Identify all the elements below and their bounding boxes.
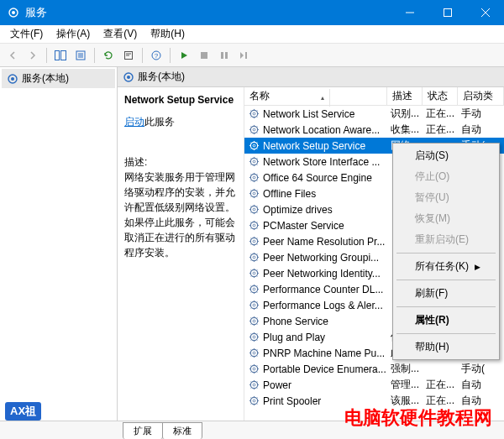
service-name: Network Location Aware... [263, 124, 391, 136]
menu-file[interactable]: 文件(F) [3, 25, 50, 43]
refresh-button[interactable] [99, 46, 118, 65]
tree-pane: 服务(本地) [0, 67, 118, 421]
help-button[interactable]: ? [147, 46, 165, 65]
svg-point-52 [253, 384, 255, 386]
start-service-link[interactable]: 启动 [124, 116, 144, 128]
watermark-logo: AX祖 [5, 402, 41, 421]
start-service-button[interactable] [175, 46, 193, 65]
service-name: PNRP Machine Name Pu... [263, 348, 391, 359]
context-menu: 启动(S) 停止(O) 暂停(U) 恢复(M) 重新启动(E) 所有任务(K)▶… [392, 143, 500, 360]
svg-point-34 [253, 240, 255, 243]
tab-extended[interactable]: 扩展 [123, 422, 163, 439]
svg-point-50 [253, 368, 255, 370]
column-headers: 名称 描述 状态 启动类 ▴ [244, 87, 504, 106]
ctx-resume[interactable]: 恢复(M) [395, 208, 497, 229]
service-name: Portable Device Enumera... [263, 363, 391, 375]
gear-icon [248, 348, 260, 359]
properties-button[interactable] [119, 46, 138, 65]
ctx-refresh[interactable]: 刷新(F) [395, 283, 497, 304]
service-row[interactable]: Network Location Aware...收集...正在...自动 [244, 122, 504, 138]
toolbar: ? [0, 44, 504, 67]
service-name: Network List Service [263, 108, 391, 120]
svg-point-22 [253, 144, 255, 147]
show-hide-tree-button[interactable] [51, 46, 70, 65]
gear-icon [248, 268, 260, 280]
service-desc: 强制... [391, 362, 426, 376]
svg-point-26 [253, 176, 255, 179]
svg-point-24 [253, 160, 255, 163]
gear-icon [248, 395, 260, 407]
service-name: Network Store Interface ... [263, 156, 391, 168]
gear-icon [248, 252, 260, 264]
ctx-help[interactable]: 帮助(H) [395, 337, 497, 358]
svg-point-20 [253, 128, 255, 131]
maximize-button[interactable] [428, 0, 466, 25]
svg-point-44 [253, 320, 255, 322]
gear-icon [248, 188, 260, 200]
gear-icon [248, 316, 260, 327]
menu-view[interactable]: 查看(V) [97, 25, 144, 43]
ctx-restart[interactable]: 重新启动(E) [395, 229, 497, 250]
ctx-properties[interactable]: 属性(R) [395, 310, 497, 331]
svg-point-48 [253, 352, 255, 354]
ctx-start[interactable]: 启动(S) [395, 145, 497, 166]
description-label: 描述: [124, 154, 237, 170]
svg-point-32 [253, 224, 255, 227]
service-row[interactable]: Portable Device Enumera...强制...手动( [244, 361, 504, 377]
start-suffix: 此服务 [144, 116, 175, 128]
minimize-button[interactable] [391, 0, 428, 25]
restart-service-button[interactable] [235, 46, 254, 65]
svg-point-36 [253, 256, 255, 259]
service-name: Offline Files [263, 188, 391, 200]
service-startup: 手动 [461, 107, 504, 121]
watermark-text: 电脑软硬件教程网 [344, 405, 492, 431]
pause-service-button[interactable] [215, 46, 234, 65]
back-button[interactable] [3, 46, 22, 65]
toolbar-separator [94, 48, 95, 63]
close-button[interactable] [466, 0, 504, 25]
selected-service-name: Network Setup Service [124, 92, 237, 107]
service-name: Peer Networking Groupi... [263, 252, 391, 264]
gear-icon [248, 236, 260, 248]
svg-point-38 [253, 272, 255, 274]
svg-rect-4 [61, 50, 66, 60]
tree-root-item[interactable]: 服务(本地) [2, 69, 115, 88]
gear-icon [248, 204, 260, 216]
service-desc: 收集... [391, 123, 426, 137]
menu-action[interactable]: 操作(A) [50, 25, 97, 43]
gear-icon [248, 300, 260, 311]
ctx-separator [396, 253, 496, 253]
ctx-pause[interactable]: 暂停(U) [395, 187, 497, 208]
toolbar-separator [46, 48, 47, 63]
service-startup: 自动 [461, 123, 504, 137]
service-name: Peer Name Resolution Pr... [263, 236, 391, 248]
tab-standard[interactable]: 标准 [162, 422, 202, 439]
column-status[interactable]: 状态 [423, 87, 458, 105]
forward-button[interactable] [24, 46, 42, 65]
stop-service-button[interactable] [195, 46, 213, 65]
ctx-all-tasks[interactable]: 所有任务(K)▶ [395, 256, 497, 277]
ctx-separator [396, 306, 496, 307]
column-description[interactable]: 描述 [387, 87, 423, 105]
service-name: Performance Counter DL... [263, 284, 391, 295]
service-row[interactable]: Power管理...正在...自动 [244, 377, 504, 393]
service-status: 正在... [426, 378, 461, 392]
title-bar: 服务 [0, 0, 504, 25]
gear-icon [248, 379, 260, 391]
export-list-button[interactable] [71, 46, 90, 65]
submenu-arrow-icon: ▶ [475, 263, 480, 271]
svg-point-28 [253, 192, 255, 195]
svg-point-16 [127, 76, 130, 79]
svg-point-54 [253, 400, 255, 402]
svg-point-46 [253, 336, 255, 338]
column-startup[interactable]: 启动类 [458, 87, 504, 105]
menu-help[interactable]: 帮助(H) [144, 25, 192, 43]
svg-point-30 [253, 208, 255, 211]
ctx-stop[interactable]: 停止(O) [395, 166, 497, 187]
service-row[interactable]: Network List Service识别...正在...手动 [244, 106, 504, 122]
service-status: 正在... [426, 123, 461, 137]
menu-bar: 文件(F) 操作(A) 查看(V) 帮助(H) [0, 25, 504, 44]
service-name: Office 64 Source Engine [263, 172, 391, 184]
gear-icon [248, 332, 260, 343]
gear-icon [248, 172, 260, 184]
